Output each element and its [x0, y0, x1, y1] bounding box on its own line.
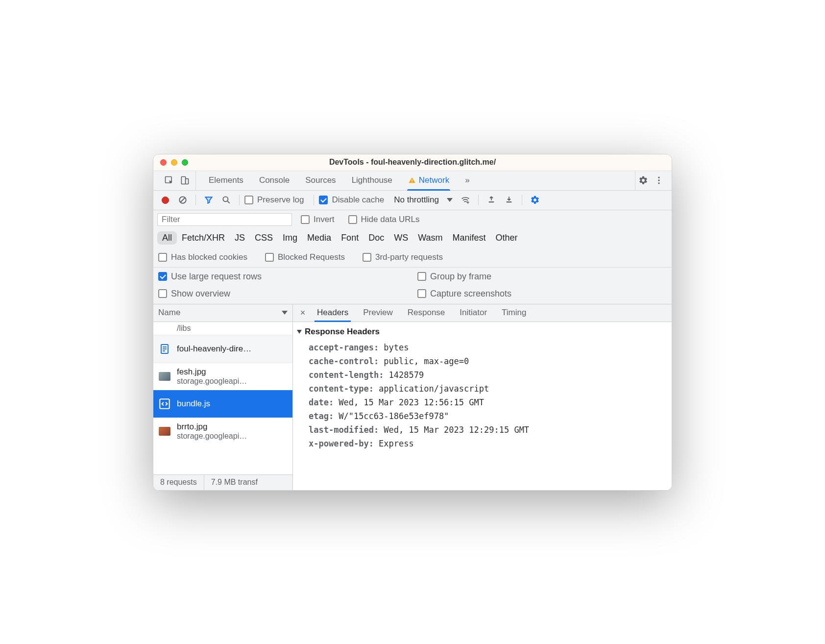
request-name: foul-heavenly-dire… [177, 344, 251, 354]
request-rows: /libs foul-heavenly-dire… fesh.jpg stora… [153, 322, 292, 474]
capture-screenshots-option[interactable]: Capture screenshots [417, 289, 662, 299]
type-chip-manifest[interactable]: Manifest [448, 231, 491, 245]
device-toolbar-icon[interactable] [177, 173, 193, 188]
preserve-log-option[interactable]: Preserve log [244, 195, 304, 205]
import-har-icon[interactable] [484, 192, 499, 208]
svg-rect-4 [412, 182, 412, 182]
header-row: content-type:application/javascript [296, 382, 669, 396]
header-name: last-modified: [309, 425, 379, 435]
svg-point-5 [658, 177, 659, 178]
network-settings-grid: Use large request rows Show overview Gro… [153, 267, 672, 304]
checkbox[interactable] [265, 253, 274, 262]
option-label: 3rd-party requests [375, 252, 443, 262]
type-chip-ws[interactable]: WS [389, 231, 413, 245]
type-chip-fetch-xhr[interactable]: Fetch/XHR [177, 231, 230, 245]
clear-button[interactable] [175, 192, 191, 208]
throttling-select[interactable]: No throttling [391, 195, 456, 205]
filter-checkbox-row: Has blocked cookies Blocked Requests 3rd… [153, 248, 672, 267]
checkbox[interactable] [158, 253, 167, 262]
close-detail-button[interactable]: × [296, 308, 310, 318]
option-label: Invert [314, 215, 335, 224]
hide-data-urls-option[interactable]: Hide data URLs [348, 215, 420, 224]
resource-type-filter: All Fetch/XHR JS CSS Img Media Font Doc … [153, 229, 672, 248]
header-row: x-powered-by:Express [296, 437, 669, 450]
type-chip-all[interactable]: All [157, 231, 177, 245]
checkbox[interactable] [363, 253, 371, 262]
tab-elements[interactable]: Elements [201, 171, 251, 190]
header-value: bytes [384, 343, 409, 352]
detail-tab-headers[interactable]: Headers [310, 304, 356, 322]
checkbox[interactable] [158, 272, 167, 281]
checkbox[interactable] [158, 289, 167, 298]
checkbox[interactable] [417, 289, 426, 298]
detail-tab-timing[interactable]: Timing [494, 304, 534, 322]
checkbox[interactable] [348, 215, 357, 224]
request-row[interactable]: brrto.jpg storage.googleapi… [153, 418, 292, 445]
option-label: Hide data URLs [361, 215, 420, 224]
inspect-element-icon[interactable] [161, 173, 177, 188]
tab-network[interactable]: Network [400, 171, 457, 190]
checkbox[interactable] [319, 196, 328, 204]
filter-toggle-button[interactable] [201, 192, 217, 208]
checkbox[interactable] [301, 215, 310, 224]
show-overview-option[interactable]: Show overview [158, 289, 403, 299]
header-name: date: [309, 397, 334, 407]
tab-sources[interactable]: Sources [297, 171, 343, 190]
type-chip-css[interactable]: CSS [250, 231, 278, 245]
network-settings-icon[interactable] [527, 192, 543, 208]
detail-tab-initiator[interactable]: Initiator [452, 304, 494, 322]
type-chip-media[interactable]: Media [302, 231, 336, 245]
filter-input[interactable]: Filter [157, 213, 292, 226]
header-value: application/javascript [379, 384, 489, 394]
type-chip-doc[interactable]: Doc [364, 231, 389, 245]
detail-tab-preview[interactable]: Preview [356, 304, 400, 322]
type-chip-js[interactable]: JS [230, 231, 250, 245]
option-label: Blocked Requests [278, 252, 345, 262]
search-button[interactable] [218, 192, 234, 208]
disable-cache-option[interactable]: Disable cache [319, 195, 384, 205]
checkbox[interactable] [244, 196, 253, 204]
invert-option[interactable]: Invert [301, 215, 335, 224]
large-rows-option[interactable]: Use large request rows [158, 272, 403, 282]
dropdown-icon [447, 198, 453, 202]
option-label: Disable cache [332, 195, 384, 205]
type-chip-other[interactable]: Other [491, 231, 523, 245]
record-button[interactable] [157, 192, 173, 208]
panel-tabs: Elements Console Sources Lighthouse Netw… [153, 171, 672, 191]
has-blocked-cookies-option[interactable]: Has blocked cookies [158, 252, 247, 262]
column-header-name[interactable]: Name [153, 304, 292, 322]
more-tabs-button[interactable]: » [457, 171, 477, 190]
option-label: Show overview [171, 289, 230, 299]
option-label: Use large request rows [171, 272, 262, 282]
third-party-option[interactable]: 3rd-party requests [363, 252, 443, 262]
request-row-truncated[interactable]: /libs [153, 322, 292, 335]
network-conditions-icon[interactable] [458, 192, 473, 208]
group-by-frame-option[interactable]: Group by frame [417, 272, 662, 282]
type-chip-img[interactable]: Img [278, 231, 302, 245]
type-chip-wasm[interactable]: Wasm [413, 231, 447, 245]
request-row[interactable]: foul-heavenly-dire… [153, 335, 292, 363]
minimize-window-button[interactable] [171, 159, 177, 166]
response-headers-section[interactable]: Response Headers [297, 327, 669, 337]
tab-label: Preview [363, 308, 392, 318]
tab-lighthouse[interactable]: Lighthouse [344, 171, 400, 190]
kebab-menu-icon[interactable] [651, 173, 667, 188]
detail-tab-response[interactable]: Response [400, 304, 453, 322]
svg-point-7 [658, 182, 659, 184]
close-window-button[interactable] [160, 159, 167, 166]
tab-label: Network [419, 175, 449, 185]
zoom-window-button[interactable] [182, 159, 188, 166]
request-name: bundle.js [177, 399, 210, 409]
export-har-icon[interactable] [501, 192, 517, 208]
window-controls [153, 159, 188, 166]
blocked-requests-option[interactable]: Blocked Requests [265, 252, 345, 262]
header-value: Wed, 15 Mar 2023 12:29:15 GMT [384, 425, 529, 435]
checkbox[interactable] [417, 272, 426, 281]
tab-label: Elements [209, 175, 243, 185]
tab-console[interactable]: Console [251, 171, 297, 190]
request-row-selected[interactable]: bundle.js [153, 390, 292, 418]
request-row[interactable]: fesh.jpg storage.googleapi… [153, 363, 292, 390]
settings-icon[interactable] [635, 173, 651, 188]
type-chip-font[interactable]: Font [336, 231, 364, 245]
placeholder-text: Filter [162, 215, 180, 224]
